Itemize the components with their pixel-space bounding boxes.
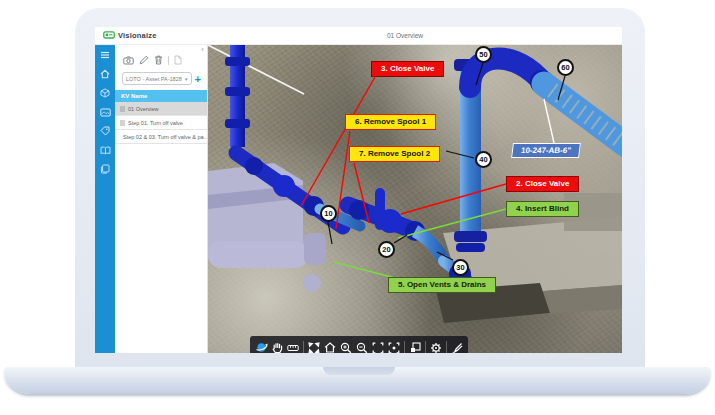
viewport-3d[interactable]: 3. Close Valve 6. Remove Spool 1 7. Remo…: [208, 45, 622, 353]
app-window: Visionaize 01 Overview: [95, 27, 622, 353]
markup-pen-icon[interactable]: [449, 339, 465, 353]
delete-trash-icon[interactable]: [154, 55, 163, 65]
asset-panel: ‹: [115, 45, 208, 353]
brand-logo-icon: [103, 31, 115, 40]
kv-list-item[interactable]: 01 Overview: [115, 102, 207, 116]
brand: Visionaize: [103, 31, 157, 40]
focus-target-icon[interactable]: [386, 339, 402, 353]
nav-rail: [95, 45, 115, 353]
reports-stack-icon[interactable]: [98, 163, 112, 175]
settings-gear-icon[interactable]: [428, 339, 444, 353]
new-file-icon[interactable]: [174, 55, 182, 65]
annotation-close-valve-3[interactable]: 3. Close Valve: [371, 61, 444, 77]
annotation-remove-spool-1[interactable]: 6. Remove Spool 1: [345, 114, 436, 130]
zoom-out-icon[interactable]: [354, 339, 370, 353]
toolbar-separator: [404, 341, 405, 353]
add-asset-button[interactable]: +: [195, 74, 203, 84]
zoom-window-icon[interactable]: [370, 339, 386, 353]
asset-dropdown[interactable]: LOTO - Asset PA-1828 ▾: [122, 72, 192, 85]
documents-book-icon[interactable]: [98, 144, 112, 156]
panorama-icon[interactable]: [98, 106, 112, 118]
panel-collapse-button[interactable]: ‹: [201, 45, 204, 54]
marker-20[interactable]: 20: [378, 241, 395, 258]
marker-60[interactable]: 60: [557, 59, 574, 76]
pipe-tag-label[interactable]: 10-247-AB-6": [511, 143, 581, 158]
toolbar-separator: [446, 341, 447, 353]
panel-toolbar: [115, 45, 207, 69]
toolbar-separator: [425, 341, 426, 353]
kv-list-item[interactable]: Step 02 & 03. Turn off valve & pa...: [115, 130, 207, 144]
home-icon[interactable]: [98, 68, 112, 80]
marker-30[interactable]: 30: [452, 259, 469, 276]
toolbar-divider: [168, 56, 169, 65]
orbit-tool-icon[interactable]: [253, 339, 269, 353]
model-cube-icon[interactable]: [98, 87, 112, 99]
point-cloud-scene: [208, 45, 622, 353]
chevron-down-icon: ▾: [185, 76, 188, 82]
annotation-insert-blind[interactable]: 4. Insert Blind: [506, 201, 579, 217]
annotation-open-vents[interactable]: 5. Open Vents & Drains: [388, 277, 496, 293]
kv-item-label: Step 02 & 03. Turn off valve & pa...: [123, 134, 207, 140]
menu-icon[interactable]: [98, 49, 112, 61]
kv-list-item[interactable]: Step 01. Turn off valve: [115, 116, 207, 130]
kv-item-label: Step 01. Turn off valve: [128, 120, 183, 126]
kv-item-label: 01 Overview: [128, 106, 159, 112]
asset-dropdown-value: LOTO - Asset PA-1828: [126, 76, 182, 82]
marker-40[interactable]: 40: [475, 151, 492, 168]
laptop-base: [4, 367, 711, 394]
tag-icon[interactable]: [98, 125, 112, 137]
laptop-screen-bezel: Visionaize 01 Overview: [75, 8, 645, 368]
home-view-icon[interactable]: [322, 339, 338, 353]
section-box-icon[interactable]: [407, 339, 423, 353]
annotation-remove-spool-2[interactable]: 7. Remove Spool 2: [349, 146, 440, 162]
asset-select-row: LOTO - Asset PA-1828 ▾ +: [115, 69, 207, 90]
pan-hand-icon[interactable]: [269, 339, 285, 353]
marker-10[interactable]: 10: [320, 205, 337, 222]
zoom-in-icon[interactable]: [338, 339, 354, 353]
list-item-icon: [120, 120, 125, 126]
view-title: 01 Overview: [387, 32, 423, 39]
expand-tool-icon[interactable]: [306, 339, 322, 353]
measure-tool-icon[interactable]: [285, 339, 301, 353]
marker-50[interactable]: 50: [475, 46, 492, 63]
kv-list-header: KV Name: [115, 90, 207, 102]
list-item-icon: [120, 106, 125, 112]
app-header: Visionaize 01 Overview: [95, 27, 622, 45]
laptop-base-notch: [323, 367, 395, 375]
annotation-close-valve-2[interactable]: 2. Close Valve: [506, 176, 579, 192]
toolbar-separator: [303, 341, 304, 353]
view-toolbar: [250, 336, 468, 353]
edit-pencil-icon[interactable]: [139, 55, 149, 65]
brand-name: Visionaize: [118, 31, 157, 40]
camera-icon[interactable]: [123, 56, 134, 65]
